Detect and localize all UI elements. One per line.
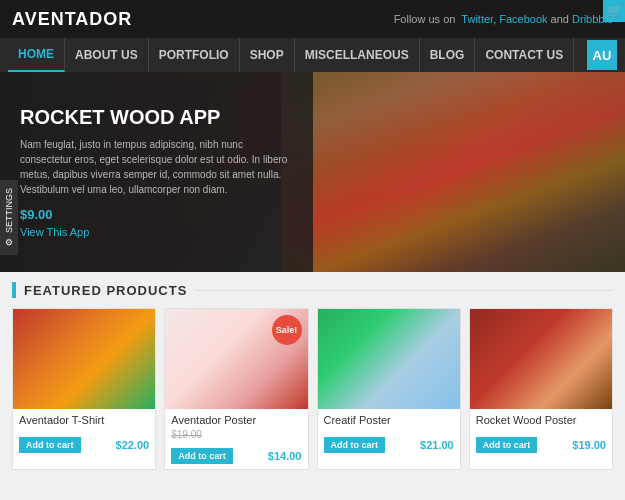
product-card: Rocket Wood Poster Add to cart $19.00 (469, 308, 613, 470)
product-image: Sale! (165, 309, 307, 409)
add-to-cart-button[interactable]: Add to cart (476, 437, 538, 453)
add-to-cart-button[interactable]: Add to cart (324, 437, 386, 453)
products-grid: Aventador T-Shirt Add to cart $22.00 Sal… (12, 308, 613, 470)
product-card: Aventador T-Shirt Add to cart $22.00 (12, 308, 156, 470)
cart-icon[interactable]: 🛒 (603, 0, 625, 22)
product-info: Aventador T-Shirt (13, 409, 155, 434)
nav-blog[interactable]: BLOG (420, 38, 476, 72)
sale-badge: Sale! (272, 315, 302, 345)
site-logo: AVENTADOR (12, 9, 132, 30)
hero-price: $9.00 (20, 207, 293, 222)
product-card: Sale! Aventador Poster $19.00 Add to car… (164, 308, 308, 470)
product-info: Rocket Wood Poster (470, 409, 612, 434)
product-old-price: $19.00 (171, 429, 301, 440)
nav-misc[interactable]: MISCELLANEOUS (295, 38, 420, 72)
product-price: $19.00 (572, 439, 606, 451)
add-to-cart-button[interactable]: Add to cart (19, 437, 81, 453)
product-image (13, 309, 155, 409)
nav-shop[interactable]: SHOP (240, 38, 295, 72)
settings-icon: ⚙ (4, 237, 14, 247)
product-footer: Add to cart $19.00 (470, 434, 612, 458)
social-follow: Follow us on Twitter, Facebook and Dribb… (394, 13, 613, 25)
product-name: Aventador T-Shirt (19, 414, 149, 426)
product-footer: Add to cart $14.00 (165, 445, 307, 469)
product-name: Rocket Wood Poster (476, 414, 606, 426)
product-name: Creatif Poster (324, 414, 454, 426)
nav-portfolio[interactable]: PORTFOLIO (149, 38, 240, 72)
nav-badge: AU (587, 40, 617, 70)
product-footer: Add to cart $21.00 (318, 434, 460, 458)
nav-home[interactable]: HOME (8, 38, 65, 72)
main-nav: HOME ABOUT US PORTFOLIO SHOP MISCELLANEO… (0, 38, 625, 72)
featured-section: FEATURED PRODUCTS Aventador T-Shirt Add … (0, 272, 625, 470)
site-header: AVENTADOR Follow us on Twitter, Facebook… (0, 0, 625, 38)
follow-text: Follow us on (394, 13, 456, 25)
product-image (470, 309, 612, 409)
hero-title: ROCKET WOOD APP (20, 106, 293, 129)
hero-overlay: ROCKET WOOD APP Nam feuglat, justo in te… (0, 72, 313, 272)
featured-title: FEATURED PRODUCTS (24, 283, 187, 298)
hero-cta-link[interactable]: View This App (20, 226, 293, 238)
product-card: Creatif Poster Add to cart $21.00 (317, 308, 461, 470)
product-price: $14.00 (268, 450, 302, 462)
settings-tab[interactable]: ⚙ SETTINGS (0, 180, 18, 255)
product-footer: Add to cart $22.00 (13, 434, 155, 458)
featured-header: FEATURED PRODUCTS (12, 282, 613, 298)
product-info: Creatif Poster (318, 409, 460, 434)
nav-about[interactable]: ABOUT US (65, 38, 149, 72)
featured-divider (195, 290, 613, 291)
featured-accent-bar (12, 282, 16, 298)
twitter-link[interactable]: Twitter (461, 13, 493, 25)
product-name: Aventador Poster (171, 414, 301, 426)
settings-label: SETTINGS (4, 188, 14, 233)
product-price: $22.00 (116, 439, 150, 451)
add-to-cart-button[interactable]: Add to cart (171, 448, 233, 464)
hero-description: Nam feuglat, justo in tempus adipiscing,… (20, 137, 293, 197)
hero-image (281, 72, 625, 272)
product-image (318, 309, 460, 409)
product-price: $21.00 (420, 439, 454, 451)
product-info: Aventador Poster $19.00 (165, 409, 307, 445)
facebook-link[interactable]: Facebook (499, 13, 547, 25)
hero-section: ROCKET WOOD APP Nam feuglat, justo in te… (0, 72, 625, 272)
nav-contact[interactable]: CONTACT US (475, 38, 574, 72)
